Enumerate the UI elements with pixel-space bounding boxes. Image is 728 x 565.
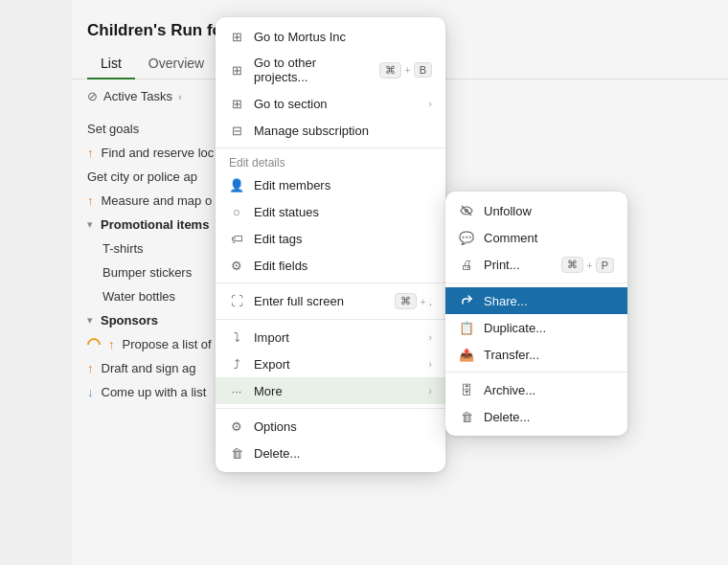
filter-label[interactable]: Active Tasks bbox=[103, 89, 172, 103]
collapse-icon[interactable]: ▾ bbox=[87, 314, 93, 327]
menu-item-unfollow[interactable]: Unfollow bbox=[445, 197, 627, 224]
person-icon: 👤 bbox=[229, 177, 244, 192]
menu-item-edit-members[interactable]: 👤 Edit members bbox=[216, 171, 445, 198]
menu-separator bbox=[216, 282, 445, 283]
fullscreen-icon: ⛶ bbox=[229, 294, 244, 309]
menu-separator bbox=[445, 372, 627, 373]
gear-icon: ⚙ bbox=[229, 258, 244, 273]
menu-item-edit-statues[interactable]: ○ Edit statues bbox=[216, 198, 445, 225]
chevron-right-icon: › bbox=[428, 385, 432, 396]
circle-icon: ○ bbox=[229, 204, 244, 219]
secondary-context-menu: Unfollow 💬 Comment 🖨 Print... ⌘+P Share.… bbox=[445, 192, 627, 436]
menu-item-comment[interactable]: 💬 Comment bbox=[445, 224, 627, 251]
priority-up-icon: ↑ bbox=[87, 361, 94, 375]
menu-separator bbox=[216, 147, 445, 148]
menu-item-delete[interactable]: 🗑 Delete... bbox=[216, 440, 445, 466]
menu-item-share[interactable]: Share... bbox=[445, 287, 627, 314]
sidebar bbox=[0, 0, 72, 565]
shortcut-badge: ⌘+. bbox=[395, 293, 432, 309]
grid-icon: ⊞ bbox=[229, 96, 244, 111]
menu-item-print[interactable]: 🖨 Print... ⌘+P bbox=[445, 251, 627, 279]
menu-separator bbox=[216, 319, 445, 320]
chevron-right-icon: › bbox=[428, 358, 432, 370]
menu-item-edit-fields[interactable]: ⚙ Edit fields bbox=[216, 252, 445, 279]
priority-up-icon: ↑ bbox=[87, 146, 94, 160]
duplicate-icon: 📋 bbox=[459, 320, 474, 335]
partial-complete-icon bbox=[84, 335, 103, 354]
filter-chevron: › bbox=[178, 91, 182, 102]
menu-item-goto-mortus[interactable]: ⊞ Go to Mortus Inc bbox=[216, 23, 445, 50]
priority-up-icon: ↑ bbox=[108, 337, 115, 351]
filter-icon: ⊘ bbox=[87, 89, 98, 103]
menu-item-edit-tags[interactable]: 🏷 Edit tags bbox=[216, 225, 445, 252]
tag-icon: 🏷 bbox=[229, 231, 244, 246]
collapse-icon[interactable]: ▾ bbox=[87, 218, 93, 231]
priority-down-icon: ↓ bbox=[87, 385, 94, 399]
menu-item-duplicate[interactable]: 📋 Duplicate... bbox=[445, 314, 627, 341]
print-icon: 🖨 bbox=[459, 258, 474, 273]
menu-separator bbox=[216, 408, 445, 409]
menu-item-goto-section[interactable]: ⊞ Go to section › bbox=[216, 90, 445, 117]
shortcut-badge: ⌘+P bbox=[561, 257, 614, 273]
trash-icon: 🗑 bbox=[229, 445, 244, 461]
import-icon: ⤵ bbox=[229, 329, 244, 345]
menu-section-edit: Edit details bbox=[216, 152, 445, 171]
menu-item-more[interactable]: ··· More › bbox=[216, 377, 445, 404]
menu-item-manage-sub[interactable]: ⊟ Manage subscription bbox=[216, 117, 445, 144]
gear-icon: ⚙ bbox=[229, 418, 244, 434]
shortcut-badge: ⌘+B bbox=[379, 62, 432, 79]
comment-icon: 💬 bbox=[459, 230, 474, 245]
menu-item-delete2[interactable]: 🗑 Delete... bbox=[445, 403, 627, 430]
grid-icon: ⊞ bbox=[229, 29, 244, 44]
grid-icon: ⊞ bbox=[229, 62, 244, 78]
menu-item-archive[interactable]: 🗄 Archive... bbox=[445, 376, 627, 403]
menu-item-transfer[interactable]: 📤 Transfer... bbox=[445, 341, 627, 368]
chevron-right-icon: › bbox=[428, 331, 432, 343]
menu-item-import[interactable]: ⤵ Import › bbox=[216, 324, 445, 350]
monitor-icon: ⊟ bbox=[229, 123, 244, 138]
archive-icon: 🗄 bbox=[459, 382, 474, 397]
share-icon bbox=[459, 293, 474, 308]
tab-list[interactable]: List bbox=[87, 50, 135, 79]
tab-overview[interactable]: Overview bbox=[135, 50, 217, 79]
priority-up-icon: ↑ bbox=[87, 193, 94, 208]
eye-icon bbox=[459, 203, 474, 218]
chevron-right-icon: › bbox=[428, 98, 432, 109]
transfer-icon: 📤 bbox=[459, 347, 474, 362]
menu-item-fullscreen[interactable]: ⛶ Enter full screen ⌘+. bbox=[216, 287, 445, 315]
menu-item-export[interactable]: ⤴ Export › bbox=[216, 350, 445, 377]
more-icon: ··· bbox=[229, 383, 244, 398]
menu-item-goto-projects[interactable]: ⊞ Go to other projects... ⌘+B bbox=[216, 50, 445, 90]
export-icon: ⤴ bbox=[229, 356, 244, 372]
primary-context-menu: ⊞ Go to Mortus Inc ⊞ Go to other project… bbox=[216, 17, 445, 472]
menu-separator bbox=[445, 282, 627, 283]
menu-item-options[interactable]: ⚙ Options bbox=[216, 413, 445, 440]
trash-icon: 🗑 bbox=[459, 409, 474, 424]
